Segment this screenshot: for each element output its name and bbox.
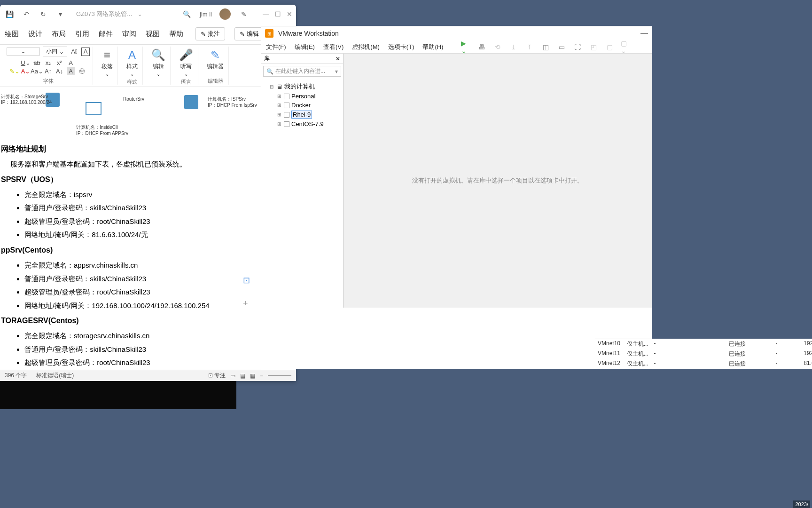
tree-item-personal[interactable]: ⊞ Personal bbox=[263, 92, 341, 101]
vnet-row[interactable]: VMnet10 仅主机... - 已连接 - 192.168.100.0 bbox=[595, 339, 812, 349]
maximize-icon[interactable]: ☐ bbox=[275, 10, 281, 18]
highlight-icon[interactable]: ✎⌄ bbox=[10, 67, 19, 75]
sidebar-close-icon[interactable]: ✕ bbox=[336, 56, 340, 62]
superscript-icon[interactable]: x² bbox=[55, 58, 64, 67]
dropdown-icon[interactable]: ▾ bbox=[55, 8, 66, 20]
grab-input-icon[interactable]: ▢ ⌄ bbox=[621, 42, 630, 52]
tab-view[interactable]: 视图 bbox=[146, 30, 160, 39]
menu-vm[interactable]: 虚拟机(M) bbox=[352, 43, 380, 51]
unity-icon[interactable]: ◰ bbox=[589, 42, 598, 52]
expand-icon: ⊞ bbox=[277, 94, 282, 99]
zoom-slider[interactable] bbox=[268, 375, 291, 376]
empty-message: 没有打开的虚拟机。请在库中选择一个项目以在选项卡中打开。 bbox=[412, 176, 583, 185]
find-icon: 🔍 bbox=[151, 48, 165, 62]
tab-layout[interactable]: 布局 bbox=[52, 30, 66, 39]
tab-references[interactable]: 引用 bbox=[75, 30, 89, 39]
vnet-row[interactable]: VMnet12 仅主机... - 已连接 - 81.6.63.0 bbox=[595, 359, 812, 369]
tab-help[interactable]: 帮助 bbox=[169, 30, 183, 39]
text-effect-icon[interactable]: A bbox=[67, 58, 75, 67]
char-shading-icon[interactable]: A bbox=[67, 67, 75, 75]
web-layout-icon[interactable]: ▦ bbox=[250, 373, 255, 379]
minimize-icon[interactable]: — bbox=[263, 10, 269, 18]
menu-tabs[interactable]: 选项卡(T) bbox=[388, 43, 414, 51]
enclose-icon[interactable]: ㊥ bbox=[78, 67, 86, 75]
dictate-button[interactable]: 🎤 听写 ⌄ bbox=[177, 47, 195, 79]
tab-review[interactable]: 审阅 bbox=[122, 30, 136, 39]
editor-button[interactable]: ✎ 编辑器 bbox=[205, 47, 226, 72]
font-family-select[interactable]: ⌄ bbox=[7, 48, 40, 56]
paragraph-icon: ≡ bbox=[104, 48, 110, 62]
fullscreen-icon[interactable]: ⛶ bbox=[573, 42, 582, 52]
layout2-icon[interactable]: ▭ bbox=[557, 42, 566, 52]
read-mode-icon[interactable]: ▭ bbox=[230, 373, 235, 379]
expand-icon: ⊞ bbox=[277, 112, 282, 117]
layout1-icon[interactable]: ◫ bbox=[541, 42, 550, 52]
tree-item-docker[interactable]: ⊞ Docker bbox=[263, 101, 341, 110]
ribbon-group-style: 样式 bbox=[127, 79, 137, 86]
tab-draw[interactable]: 绘图 bbox=[5, 30, 19, 39]
save-icon[interactable]: 💾 bbox=[4, 8, 15, 20]
tab-design[interactable]: 设计 bbox=[28, 30, 42, 39]
snapshot-take-icon[interactable]: ⤓ bbox=[509, 42, 518, 52]
library-search-input[interactable]: 🔍 在此处键入内容进... ▾ bbox=[263, 66, 341, 77]
language-status[interactable]: 标准德语(瑞士) bbox=[36, 372, 74, 380]
search-icon[interactable]: 🔍 bbox=[181, 8, 192, 20]
underline-icon[interactable]: U ⌄ bbox=[22, 58, 30, 67]
comment-button[interactable]: ✎ 批注 bbox=[195, 27, 225, 40]
snapshot-icon[interactable]: ⟲ bbox=[493, 42, 502, 52]
ribbon-group-lang: 语言 bbox=[181, 79, 191, 86]
clear-format-icon[interactable]: Aͯ bbox=[70, 48, 78, 56]
side-icon-1[interactable]: ⊡ bbox=[243, 275, 252, 285]
undo-icon[interactable]: ↶ bbox=[21, 8, 32, 20]
ctrl-alt-del-icon[interactable]: ▢ bbox=[605, 42, 614, 52]
vmware-minimize-icon[interactable]: — bbox=[640, 29, 648, 38]
vnet-row[interactable]: VMnet11 仅主机... - 已连接 - 192.168.0.0 bbox=[595, 349, 812, 359]
subscript-icon[interactable]: x₂ bbox=[44, 58, 53, 67]
word-ribbon-tabs: 绘图 设计 布局 引用 邮件 审阅 视图 帮助 ✎ 批注 ✎ 编辑 ⌄ ▮ bbox=[0, 24, 296, 45]
text-box-icon[interactable]: A bbox=[81, 48, 90, 56]
user-name: jim li bbox=[200, 11, 212, 18]
zoom-out-icon[interactable]: − bbox=[260, 373, 263, 379]
tree-root[interactable]: ⊟ 🖥 我的计算机 bbox=[263, 81, 341, 92]
strikethrough-icon[interactable]: ab bbox=[33, 58, 41, 67]
search-dropdown-icon[interactable]: ▾ bbox=[335, 68, 338, 75]
expand-icon: ⊞ bbox=[277, 103, 282, 108]
tree-item-rhel9[interactable]: ⊞ Rhel-9 bbox=[263, 110, 341, 119]
document-body[interactable]: 计算机名：StorageSrv IP：192.168.100.200/24 Ro… bbox=[0, 87, 296, 369]
storagesrv-list: 完全限定域名：storagesrv.chinaskills.cn 普通用户/登录… bbox=[24, 330, 295, 369]
change-case-icon[interactable]: Aa⌄ bbox=[33, 67, 41, 75]
computer-icon: 🖥 bbox=[276, 83, 282, 90]
play-icon[interactable]: ▶ ⌄ bbox=[461, 42, 470, 52]
tab-mail[interactable]: 邮件 bbox=[99, 30, 113, 39]
shrink-font-icon[interactable]: A↓ bbox=[55, 67, 64, 75]
vmware-main-area: 没有打开的虚拟机。请在库中选择一个项目以在选项卡中打开。 bbox=[344, 54, 652, 308]
menu-edit[interactable]: 编辑(E) bbox=[295, 43, 315, 51]
snapshot-manage-icon[interactable]: ⤒ bbox=[525, 42, 534, 52]
ribbon-group-editor: 编辑器 bbox=[208, 78, 223, 85]
vnet-table: VMnet10 仅主机... - 已连接 - 192.168.100.0 VMn… bbox=[595, 339, 812, 369]
side-plus-icon[interactable]: + bbox=[243, 299, 252, 308]
font-color-icon[interactable]: A⌄ bbox=[22, 67, 30, 75]
tree-item-centos[interactable]: ⊞ CentOS-7.9 bbox=[263, 119, 341, 128]
print-icon[interactable]: 🖶 bbox=[477, 42, 486, 52]
close-icon[interactable]: ✕ bbox=[287, 10, 292, 18]
heading-storagesrv: TORAGESRV(Centos) bbox=[1, 314, 295, 327]
menu-view[interactable]: 查看(V) bbox=[323, 43, 344, 51]
focus-mode[interactable]: ⊡ 专注 bbox=[208, 372, 226, 380]
word-count[interactable]: 396 个字 bbox=[5, 372, 27, 380]
redo-icon[interactable]: ↻ bbox=[38, 8, 49, 20]
menu-file[interactable]: 文件(F) bbox=[266, 43, 286, 51]
menu-help[interactable]: 帮助(H) bbox=[422, 43, 443, 51]
vmware-library-sidebar: 库 ✕ 🔍 在此处键入内容进... ▾ ⊟ 🖥 我的计算机 ⊞ Personal bbox=[261, 54, 344, 308]
search-icon: 🔍 bbox=[266, 68, 273, 75]
pen-icon[interactable]: ✎ bbox=[238, 8, 250, 20]
paragraph-button[interactable]: ≡ 段落 ⌄ bbox=[100, 47, 115, 79]
avatar[interactable] bbox=[219, 8, 231, 20]
title-chevron-icon[interactable]: ⌄ bbox=[138, 11, 142, 17]
font-size-select[interactable]: 小四 ⌄ bbox=[43, 47, 67, 56]
styles-button[interactable]: A 样式 ⌄ bbox=[125, 47, 140, 79]
edit-ribbon-button[interactable]: 🔍 编辑 ⌄ bbox=[149, 47, 167, 79]
sidebar-title: 库 bbox=[264, 55, 270, 63]
print-layout-icon[interactable]: ▤ bbox=[240, 373, 245, 379]
grow-font-icon[interactable]: A↑ bbox=[44, 67, 53, 75]
